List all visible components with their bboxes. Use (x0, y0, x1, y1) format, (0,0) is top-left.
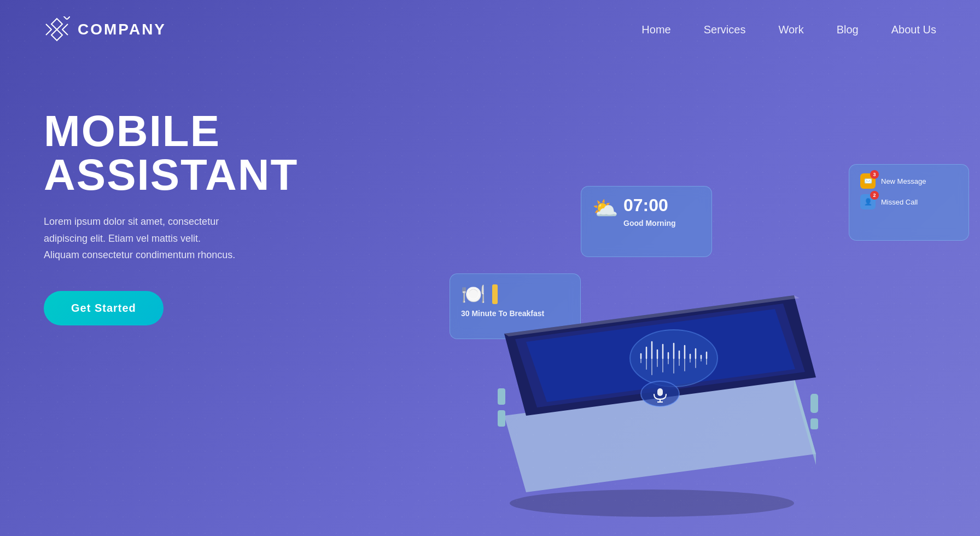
missed-call-label: Missed Call (881, 198, 918, 206)
nav-work[interactable]: Work (778, 24, 803, 36)
nav-about[interactable]: About Us (891, 24, 936, 36)
navbar: COMPANY Home Services Work Blog About Us (0, 0, 980, 59)
phone-illustration (460, 224, 843, 525)
nav-blog[interactable]: Blog (837, 24, 859, 36)
call-count: 2 (870, 191, 879, 200)
mail-count: 3 (870, 170, 879, 179)
notif-new-message: ✉️ 3 New Message (860, 173, 958, 189)
weather-icon: ⛅ (592, 196, 618, 220)
hero-description: Lorem ipsum dolor sit amet, consectetur … (44, 213, 298, 264)
hero-title-line1: MOBILE (44, 107, 220, 155)
mail-badge: ✉️ 3 (860, 173, 876, 189)
nav-services[interactable]: Services (704, 24, 746, 36)
svg-rect-35 (657, 388, 663, 396)
nav-home[interactable]: Home (641, 24, 670, 36)
svg-rect-41 (498, 388, 505, 405)
logo-text: COMPANY (78, 21, 166, 38)
notif-missed-call: 👤 2 Missed Call (860, 194, 958, 209)
get-started-button[interactable]: Get Started (44, 291, 164, 325)
call-badge: 👤 2 (860, 194, 876, 209)
logo[interactable]: COMPANY (44, 16, 166, 43)
new-message-label: New Message (881, 177, 926, 185)
card-notifications: ✉️ 3 New Message 👤 2 Missed Call (849, 164, 969, 241)
svg-point-1 (510, 490, 794, 517)
hero-title: MOBILE ASSISTANT (44, 109, 298, 197)
svg-rect-42 (498, 410, 505, 427)
nav-links: Home Services Work Blog About Us (641, 24, 936, 36)
logo-icon (44, 16, 70, 43)
svg-rect-39 (810, 418, 818, 429)
svg-rect-38 (810, 394, 818, 413)
hero-content: MOBILE ASSISTANT Lorem ipsum dolor sit a… (44, 109, 298, 325)
morning-time: 07:00 (623, 195, 676, 215)
svg-rect-0 (62, 16, 70, 20)
hero-title-line2: ASSISTANT (44, 150, 298, 199)
phone-svg (460, 224, 843, 520)
phone-area: 🍽️ 30 Minute To Breakfast ⛅ 07:00 Good M… (406, 55, 980, 525)
